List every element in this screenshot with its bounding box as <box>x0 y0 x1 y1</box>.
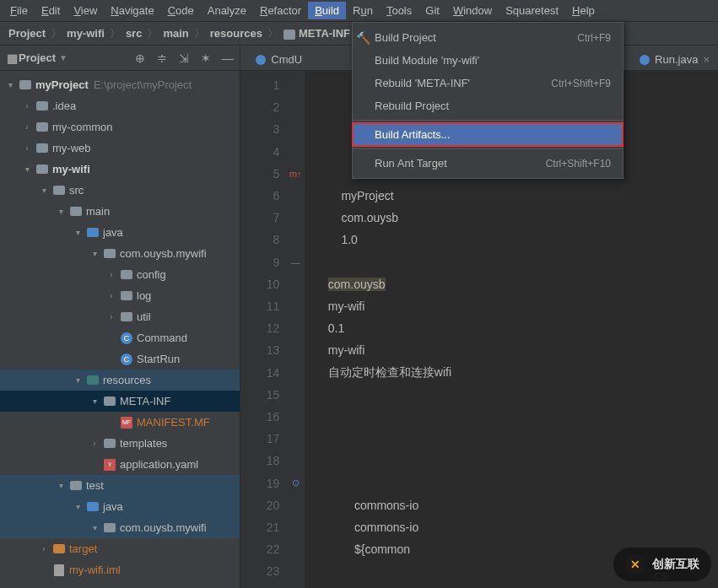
tree-node[interactable]: ›my-common <box>0 116 240 138</box>
watermark-text: 创新互联 <box>652 557 699 572</box>
orange-icon <box>52 543 66 555</box>
tree-node[interactable]: ›my-web <box>0 138 240 159</box>
gutter-marker-icon: m↑ <box>286 163 305 185</box>
breadcrumb-item[interactable]: src <box>122 25 146 41</box>
menu-item-build-artifacts-[interactable]: Build Artifacts... <box>353 123 623 146</box>
gutter-marker-icon <box>286 428 305 450</box>
menu-run[interactable]: Run <box>346 2 380 19</box>
project-tree[interactable]: ▾myProjectE:\project\myProject›.idea›my-… <box>0 71 240 588</box>
project-tool-window: ▦ Project ▼ ⊕ ≑ ⇲ ✶ — ▾myProjectE:\proje… <box>0 46 240 588</box>
tree-node[interactable]: ▾resources <box>0 370 240 391</box>
tree-node[interactable]: MFMANIFEST.MF <box>0 412 240 433</box>
menu-refactor[interactable]: Refactor <box>253 2 308 19</box>
yaml-icon: Y <box>103 459 116 471</box>
menu-view[interactable]: View <box>67 2 104 19</box>
watermark: ✕ 创新互联 <box>613 548 711 581</box>
gutter-marker-icon <box>286 339 305 361</box>
blue-icon <box>86 501 100 513</box>
tree-node[interactable]: ▾java <box>0 222 240 243</box>
breadcrumb-item[interactable]: main <box>159 25 192 41</box>
tree-node[interactable]: ›target <box>0 538 240 559</box>
breadcrumb-item[interactable]: my-wifi <box>63 25 108 41</box>
chevron-down-icon[interactable]: ▼ <box>59 53 67 62</box>
breadcrumb-item[interactable]: META-INF <box>280 25 354 41</box>
menu-code[interactable]: Code <box>161 2 201 19</box>
menu-item-rebuild-meta-inf-[interactable]: Rebuild 'META-INF'Ctrl+Shift+F9 <box>353 72 623 94</box>
breadcrumb-item[interactable]: Project <box>5 25 49 41</box>
gutter-marker-icon <box>286 317 305 339</box>
gutter-marker-icon: — <box>286 251 305 273</box>
hammer-icon: 🔨 <box>356 31 371 45</box>
folder-icon <box>120 290 133 302</box>
gutter-marker-icon <box>286 207 305 229</box>
gutter-marker-icon <box>286 229 305 251</box>
tree-node[interactable]: ▾my-wifi <box>0 159 240 180</box>
menubar: FileEditViewNavigateCodeAnalyzeRefactorB… <box>0 0 718 22</box>
mf-icon: MF <box>120 417 133 429</box>
tree-node[interactable]: ▾com.ouysb.mywifi <box>0 243 240 264</box>
tree-node[interactable]: my-wifi.iml <box>0 559 240 580</box>
tree-node[interactable]: CStartRun <box>0 348 240 370</box>
tree-node[interactable]: ▾java <box>0 496 240 517</box>
menu-analyze[interactable]: Analyze <box>201 2 253 19</box>
menu-window[interactable]: Window <box>446 2 499 19</box>
gutter-icons: m↑—⊙ <box>286 71 305 588</box>
java-class-icon <box>640 55 650 65</box>
menu-file[interactable]: File <box>3 2 35 19</box>
gear-icon[interactable]: ✶ <box>199 51 213 65</box>
tree-node[interactable]: ▾myProjectE:\project\myProject <box>0 74 240 95</box>
close-icon[interactable]: × <box>703 53 710 66</box>
gutter-marker-icon <box>286 185 305 207</box>
expand-icon[interactable]: ≑ <box>155 51 169 65</box>
watermark-logo-icon: ✕ <box>625 554 645 575</box>
folder-icon <box>120 311 133 323</box>
menu-git[interactable]: Git <box>418 2 446 19</box>
gutter-marker-icon <box>286 406 305 428</box>
tree-node[interactable]: ›.idea <box>0 95 240 116</box>
menu-item-build-project[interactable]: 🔨Build ProjectCtrl+F9 <box>353 26 623 49</box>
tree-node[interactable]: ▾META-INF <box>0 391 240 412</box>
menu-item-build-module-my-wifi-[interactable]: Build Module 'my-wifi' <box>353 49 623 72</box>
menu-edit[interactable]: Edit <box>35 2 67 19</box>
tree-node[interactable]: ▾com.ouysb.mywifi <box>0 517 240 538</box>
tree-node[interactable]: Yapplication.yaml <box>0 454 240 475</box>
folder-icon <box>35 164 49 175</box>
build-menu-dropdown: 🔨Build ProjectCtrl+F9Build Module 'my-wi… <box>352 22 624 179</box>
menu-squaretest[interactable]: Squaretest <box>499 2 565 19</box>
tree-node[interactable]: ▾main <box>0 201 240 222</box>
class-icon: C <box>120 353 133 365</box>
proj-icon <box>19 79 32 91</box>
breadcrumb-item[interactable]: resources <box>207 25 266 41</box>
project-panel-header: ▦ Project ▼ ⊕ ≑ ⇲ ✶ — <box>0 46 240 71</box>
tree-node[interactable]: ›log <box>0 285 240 306</box>
collapse-icon[interactable]: ⇲ <box>177 51 191 65</box>
hide-icon[interactable]: — <box>221 51 235 65</box>
menu-navigate[interactable]: Navigate <box>104 2 160 19</box>
project-view-icon[interactable]: ▦ <box>5 51 19 65</box>
tree-node[interactable]: ›config <box>0 264 240 285</box>
tree-node[interactable]: ▾src <box>0 180 240 201</box>
menu-help[interactable]: Help <box>565 2 602 19</box>
gutter-marker-icon <box>286 118 305 140</box>
menu-item-run-ant-target[interactable]: Run Ant TargetCtrl+Shift+F10 <box>353 152 623 175</box>
tree-node[interactable]: ›util <box>0 306 240 327</box>
project-panel-title: Project <box>19 51 56 64</box>
folder-icon <box>69 480 83 492</box>
folder-icon <box>35 100 49 112</box>
folder-icon <box>69 206 83 218</box>
editor-tab[interactable]: Run.java× <box>631 49 718 70</box>
line-number-gutter: 1234567891011121314151617181920212223 <box>240 71 286 588</box>
blue-icon <box>86 227 100 239</box>
tree-node[interactable]: ▾test <box>0 475 240 496</box>
gutter-marker-icon <box>286 273 305 295</box>
tree-node[interactable]: ›templates <box>0 433 240 454</box>
menu-item-rebuild-project[interactable]: Rebuild Project <box>353 94 623 117</box>
gutter-marker-icon <box>286 96 305 118</box>
menu-build[interactable]: Build <box>308 2 346 19</box>
folder-icon <box>103 396 116 407</box>
editor-tab[interactable]: CmdU <box>247 49 310 70</box>
menu-tools[interactable]: Tools <box>380 2 418 19</box>
folder-icon <box>120 269 133 281</box>
locate-icon[interactable]: ⊕ <box>133 51 147 65</box>
tree-node[interactable]: CCommand <box>0 327 240 348</box>
